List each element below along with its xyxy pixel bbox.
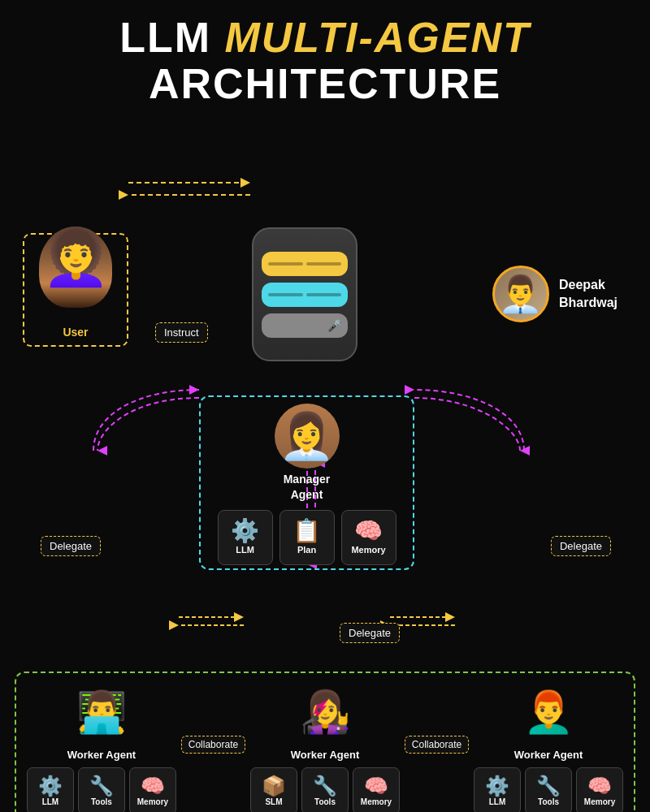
title-line2: ARCHITECTURE	[0, 61, 650, 107]
author-avatar: 👨‍💼	[492, 266, 549, 322]
w2-tools-icon: 🔧	[313, 776, 337, 796]
w1-tools-icon: 🔧	[89, 776, 114, 796]
user-box: 👩‍🦱 User	[23, 233, 128, 347]
title-area: LLM MULTI-AGENT ARCHITECTURE	[0, 0, 650, 107]
w1-llm-label: LLM	[42, 797, 59, 806]
w2-memory-icon: 🧠	[364, 776, 388, 796]
title-multi-agent: MULTI-AGENT	[224, 14, 530, 61]
delegate-label-left: Delegate	[41, 536, 101, 556]
w3-memory-icon: 🧠	[587, 776, 612, 796]
llm-icon: ⚙️	[231, 520, 259, 542]
phone-box: 🎤	[252, 227, 358, 361]
worker1-memory: 🧠 Memory	[129, 767, 176, 812]
manager-tool-plan: 📋 Plan	[280, 510, 335, 565]
manager-tools: ⚙️ LLM 📋 Plan 🧠 Memory	[218, 510, 396, 565]
worker-avatar-2: 👩‍🎤	[294, 681, 355, 742]
w3-llm-label: LLM	[489, 797, 506, 806]
worker-label-3: Worker Agent	[514, 749, 583, 761]
diagram: 👩‍🦱 User Instruct 🎤 👨‍💼 Deepak Bhardwaj	[0, 107, 650, 806]
w3-memory-label: Memory	[584, 797, 615, 806]
title-llm: LLM	[119, 14, 211, 61]
worker-label-1: Worker Agent	[67, 749, 136, 761]
worker-tools-3: ⚙️ LLM 🔧 Tools 🧠 Memory	[474, 767, 623, 812]
w3-tools-icon: 🔧	[536, 776, 561, 796]
author-name: Deepak Bhardwaj	[559, 276, 618, 313]
memory-label: Memory	[351, 545, 385, 555]
worker2-slm: 📦 SLM	[250, 767, 297, 812]
user-avatar: 👩‍🦱	[39, 227, 112, 308]
chat-bubble-gray: 🎤	[262, 313, 348, 338]
instruct-label: Instruct	[155, 322, 208, 343]
worker-tools-2: 📦 SLM 🔧 Tools 🧠 Memory	[250, 767, 400, 812]
w2-slm-label: SLM	[265, 797, 282, 806]
worker2-tools: 🔧 Tools	[301, 767, 349, 812]
manager-tool-llm: ⚙️ LLM	[218, 510, 273, 565]
author-badge: 👨‍💼 Deepak Bhardwaj	[492, 266, 618, 322]
w3-llm-icon: ⚙️	[485, 776, 509, 796]
w1-tools-label: Tools	[91, 797, 112, 806]
worker1-llm: ⚙️ LLM	[27, 767, 74, 812]
title-line1: LLM MULTI-AGENT	[0, 15, 650, 61]
worker-label-2: Worker Agent	[291, 749, 360, 761]
worker3-llm: ⚙️ LLM	[474, 767, 521, 812]
collaborate-label-1: Collaborate	[181, 736, 245, 754]
workers-area: 👨‍💻 Worker Agent ⚙️ LLM 🔧 Tools 🧠 Memory	[15, 672, 635, 812]
w1-memory-label: Memory	[137, 797, 168, 806]
chat-bubble-yellow	[262, 252, 348, 276]
worker2-memory: 🧠 Memory	[353, 767, 400, 812]
llm-label: LLM	[236, 545, 254, 555]
mic-icon: 🎤	[327, 319, 341, 332]
delegate-label-right: Delegate	[551, 536, 611, 556]
worker3-memory: 🧠 Memory	[576, 767, 623, 812]
w3-tools-label: Tools	[538, 797, 559, 806]
plan-label: Plan	[297, 545, 316, 555]
w1-llm-icon: ⚙️	[38, 776, 63, 796]
collaborate-label-2: Collaborate	[405, 736, 469, 754]
w2-memory-label: Memory	[361, 797, 392, 806]
plan-icon: 📋	[292, 520, 321, 542]
w2-slm-icon: 📦	[262, 776, 286, 796]
manager-tool-memory: 🧠 Memory	[341, 510, 396, 565]
delegate-label-center: Delegate	[340, 623, 400, 643]
worker-avatar-1: 👨‍💻	[71, 681, 132, 742]
manager-box: 👩‍💼 Manager Agent ⚙️ LLM 📋 Plan 🧠 Memory	[199, 395, 414, 570]
worker1-tools: 🔧 Tools	[78, 767, 125, 812]
chat-bubble-cyan	[262, 283, 348, 307]
user-label: User	[63, 326, 88, 339]
worker-col-1: 👨‍💻 Worker Agent ⚙️ LLM 🔧 Tools 🧠 Memory	[27, 681, 176, 812]
manager-avatar: 👩‍💼	[275, 404, 340, 469]
worker-col-3: 👨‍🦰 Worker Agent ⚙️ LLM 🔧 Tools 🧠 Memory	[474, 681, 623, 812]
w1-memory-icon: 🧠	[141, 776, 165, 796]
worker-col-2: 👩‍🎤 Worker Agent 📦 SLM 🔧 Tools 🧠 Memory	[250, 681, 400, 812]
manager-label: Manager Agent	[284, 472, 331, 501]
memory-icon: 🧠	[354, 520, 383, 542]
worker-avatar-3: 👨‍🦰	[518, 681, 579, 742]
worker-tools-1: ⚙️ LLM 🔧 Tools 🧠 Memory	[27, 767, 176, 812]
w2-tools-label: Tools	[314, 797, 336, 806]
worker3-tools: 🔧 Tools	[525, 767, 572, 812]
